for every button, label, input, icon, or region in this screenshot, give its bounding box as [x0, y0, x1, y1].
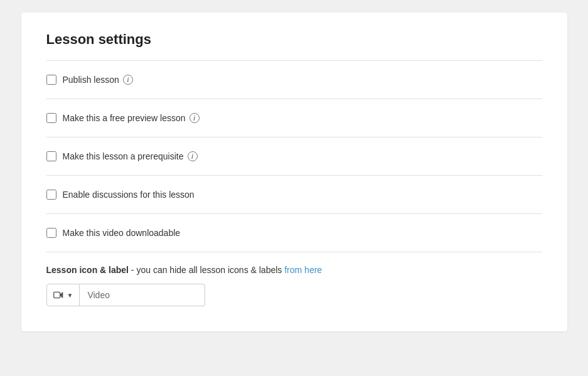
label-text-publish-lesson: Publish lesson	[63, 75, 119, 85]
info-icon-publish-lesson: i	[123, 75, 133, 85]
checkbox-publish-lesson[interactable]	[46, 75, 56, 85]
label-publish-lesson: Publish lessoni	[63, 75, 133, 85]
dropdown-arrow-icon: ▼	[67, 292, 73, 299]
icon-selector: ▼	[46, 284, 542, 306]
icon-type-dropdown[interactable]: ▼	[46, 284, 80, 306]
info-icon-free-preview: i	[190, 113, 200, 123]
checkbox-free-preview[interactable]	[46, 113, 56, 123]
svg-rect-0	[53, 292, 60, 298]
lesson-settings-panel: Lesson settings Publish lessoniMake this…	[21, 13, 567, 331]
lesson-icon-label-strong: Lesson icon & label	[46, 265, 129, 275]
label-text-discussions: Enable discussions for this lesson	[63, 190, 195, 200]
settings-list: Publish lessoniMake this a free preview …	[46, 61, 542, 252]
lesson-icon-section: Lesson icon & label - you can hide all l…	[46, 252, 542, 306]
page-title: Lesson settings	[46, 31, 542, 48]
setting-row-downloadable: Make this video downloadable	[46, 214, 542, 252]
checkbox-downloadable[interactable]	[46, 228, 56, 238]
svg-marker-1	[60, 292, 63, 299]
checkbox-prerequisite[interactable]	[46, 151, 56, 161]
label-text-prerequisite: Make this lesson a prerequisite	[63, 151, 184, 161]
lesson-icon-link[interactable]: from here	[284, 265, 322, 275]
setting-row-free-preview: Make this a free preview lessoni	[46, 99, 542, 137]
label-prerequisite: Make this lesson a prerequisitei	[63, 151, 198, 161]
info-icon-prerequisite: i	[188, 151, 198, 161]
lesson-icon-label: Lesson icon & label - you can hide all l…	[46, 265, 542, 275]
checkbox-discussions[interactable]	[46, 190, 56, 200]
video-icon	[53, 291, 63, 299]
setting-row-discussions: Enable discussions for this lesson	[46, 176, 542, 213]
setting-row-prerequisite: Make this lesson a prerequisitei	[46, 137, 542, 175]
icon-label-input[interactable]	[80, 284, 205, 306]
setting-row-publish-lesson: Publish lessoni	[46, 61, 542, 99]
lesson-icon-description: - you can hide all lesson icons & labels	[129, 265, 284, 275]
label-downloadable: Make this video downloadable	[63, 228, 181, 238]
label-text-free-preview: Make this a free preview lesson	[63, 113, 186, 123]
label-discussions: Enable discussions for this lesson	[63, 190, 195, 200]
label-text-downloadable: Make this video downloadable	[63, 228, 181, 238]
label-free-preview: Make this a free preview lessoni	[63, 113, 200, 123]
